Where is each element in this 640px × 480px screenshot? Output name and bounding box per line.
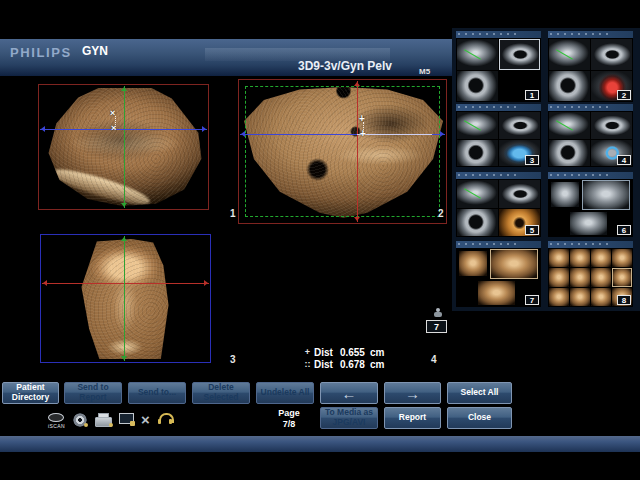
measurement-line-2: :: Dist 0.678 cm [301,358,384,370]
ultrasound-screen: PHILIPS GYN 3D9-3v/Gyn Pelv M5 × × + + [0,0,640,480]
thumb-quad [457,180,498,208]
echogenic-streak [48,163,152,210]
thumb-quad-selected [499,39,540,70]
transducer-preset-title: 3D9-3v/Gyn Pelv [245,59,445,73]
thumb-cell [612,268,632,286]
thumb-cell [549,268,569,286]
green-axis-line [124,236,125,361]
red-arrow-icon [40,280,47,286]
thumbnail-number-badge: 1 [525,90,539,100]
green-arrow-icon [121,234,127,241]
caliper-plus-icon: + [359,113,365,124]
thumbnail-5[interactable]: 5 [456,172,541,237]
quadrant-number-2: 2 [438,208,444,219]
thumbnail-header [456,104,541,111]
right-arrow-icon: → [405,386,420,401]
thumb-quad [499,180,540,208]
thumb-sub-image [478,281,515,305]
blue-axis-line [40,129,207,130]
printer-icon[interactable] [95,413,111,426]
disconnect-icon[interactable]: × [141,413,150,426]
caliper-x-icon: × [110,108,115,118]
thumb-cell [591,288,611,306]
red-arrow-icon [354,217,360,224]
send-to-button[interactable]: Send to... [128,382,186,404]
measurement-line [357,134,432,135]
thumbnail-6[interactable]: 6 [548,172,633,237]
thumb-quad [457,140,498,167]
thumbnail-number-badge: 3 [525,155,539,165]
quadrant-2-image[interactable]: + + [238,79,447,224]
thumb-quad [457,39,498,70]
image-counter-icon [434,308,443,318]
select-all-button[interactable]: Select All [447,382,512,404]
disc-media-icon[interactable] [73,413,87,427]
undelete-all-button[interactable]: Undelete All [256,382,314,404]
image-counter-badge: 7 [426,320,447,333]
green-axis-line [124,86,125,208]
thumbnail-7[interactable]: 7 [456,241,541,307]
caliper-marker-icon: :: [301,359,314,369]
thumb-sub-image [459,251,487,277]
thumbnail-4[interactable]: 4 [548,104,633,167]
blue-arrow-icon [38,126,45,132]
red-axis-line [357,81,358,222]
iscan-label: iSCAN [48,423,65,429]
system-status-icons: iSCAN × [48,413,172,429]
thumb-quad [499,112,540,139]
thumbnail-number-badge: 7 [525,295,539,305]
previous-page-button[interactable]: ← [320,382,378,404]
thumbnail-number-badge: 2 [617,90,631,100]
bottom-status-band [0,436,640,452]
delete-selected-button[interactable]: Delete Selected [192,382,250,404]
network-transfer-icon[interactable] [119,413,133,425]
thumbnail-sidebar: 1 2 3 [452,28,640,311]
thumb-quad [549,112,590,139]
thumb-cell [570,249,590,267]
thumbnail-header [548,241,633,248]
thumb-cell [612,249,632,267]
thumbnail-header [456,241,541,248]
thumb-sub-image [551,182,579,207]
to-media-button[interactable]: To Media as JPG/AVI [320,407,378,429]
thumb-quad [457,112,498,139]
thumbnail-2[interactable]: 2 [548,31,633,102]
thumb-quad [457,71,498,102]
quadrant-3-image[interactable] [40,234,211,363]
quadrant-1-image[interactable]: × × [38,84,209,210]
mi-label: M5 [419,67,430,76]
red-axis-line [42,283,209,284]
thumb-cell [549,288,569,306]
thumbnail-number-badge: 4 [617,155,631,165]
page-value: 7/8 [263,419,315,430]
ultrasound-coronal-view [61,239,189,359]
thumb-quad [549,39,590,70]
quadrant-number-4: 4 [431,354,437,365]
red-arrow-icon [204,280,211,286]
blue-arrow-icon [238,131,245,137]
report-button[interactable]: Report [384,407,441,429]
send-to-report-button[interactable]: Send to Report [64,382,122,404]
thumb-cell [570,288,590,306]
measurement-readout: + Dist 0.655 cm :: Dist 0.678 cm [301,346,384,370]
red-arrow-icon [354,79,360,86]
thumbnail-8[interactable]: 8 [548,241,633,307]
thumb-cell [549,249,569,267]
thumbnail-3[interactable]: 3 [456,104,541,167]
next-page-button[interactable]: → [384,382,441,404]
close-button[interactable]: Close [447,407,512,429]
quadrant-number-3: 3 [230,354,236,365]
patient-directory-button[interactable]: Patient Directory [2,382,59,404]
printer-status-dot [109,423,113,427]
page-indicator: Page 7/8 [263,408,315,430]
caliper-plus-icon: + [360,128,366,139]
iscan-icon[interactable]: iSCAN [48,413,65,429]
thumbnail-header [548,31,633,38]
headset-icon[interactable] [158,413,172,425]
thumbnail-number-badge: 8 [617,295,631,305]
thumb-sub-image [490,249,538,279]
page-label: Page [263,408,315,419]
thumb-quad [457,209,498,237]
thumbnail-1[interactable]: 1 [456,31,541,102]
header-bar: PHILIPS GYN 3D9-3v/Gyn Pelv [0,39,452,76]
